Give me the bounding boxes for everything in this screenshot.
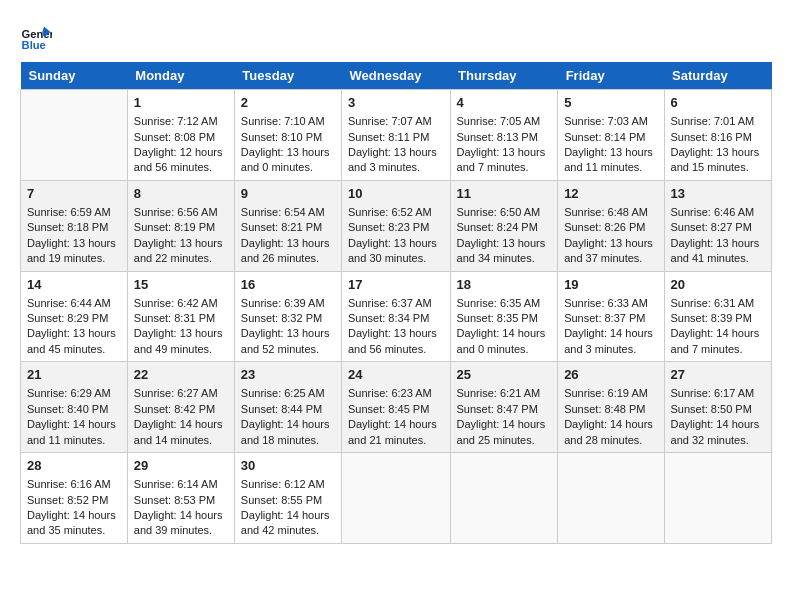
sunset-text: Sunset: 8:44 PM — [241, 402, 335, 417]
day-number: 11 — [457, 185, 552, 203]
sunrise-text: Sunrise: 7:10 AM — [241, 114, 335, 129]
sunrise-text: Sunrise: 6:25 AM — [241, 386, 335, 401]
day-number: 6 — [671, 94, 765, 112]
calendar-table: SundayMondayTuesdayWednesdayThursdayFrid… — [20, 62, 772, 544]
day-number: 17 — [348, 276, 444, 294]
sunrise-text: Sunrise: 6:54 AM — [241, 205, 335, 220]
sunrise-text: Sunrise: 6:56 AM — [134, 205, 228, 220]
sunset-text: Sunset: 8:48 PM — [564, 402, 657, 417]
calendar-cell: 11Sunrise: 6:50 AMSunset: 8:24 PMDayligh… — [450, 180, 558, 271]
sunset-text: Sunset: 8:47 PM — [457, 402, 552, 417]
day-number: 5 — [564, 94, 657, 112]
day-number: 27 — [671, 366, 765, 384]
calendar-cell: 15Sunrise: 6:42 AMSunset: 8:31 PMDayligh… — [127, 271, 234, 362]
day-number: 9 — [241, 185, 335, 203]
day-number: 28 — [27, 457, 121, 475]
weekday-header: Saturday — [664, 62, 771, 90]
daylight-text: Daylight: 13 hours and 49 minutes. — [134, 326, 228, 357]
sunset-text: Sunset: 8:32 PM — [241, 311, 335, 326]
sunset-text: Sunset: 8:14 PM — [564, 130, 657, 145]
sunset-text: Sunset: 8:23 PM — [348, 220, 444, 235]
daylight-text: Daylight: 14 hours and 39 minutes. — [134, 508, 228, 539]
daylight-text: Daylight: 13 hours and 19 minutes. — [27, 236, 121, 267]
daylight-text: Daylight: 13 hours and 7 minutes. — [457, 145, 552, 176]
sunrise-text: Sunrise: 6:16 AM — [27, 477, 121, 492]
day-number: 13 — [671, 185, 765, 203]
sunset-text: Sunset: 8:11 PM — [348, 130, 444, 145]
sunset-text: Sunset: 8:08 PM — [134, 130, 228, 145]
daylight-text: Daylight: 13 hours and 52 minutes. — [241, 326, 335, 357]
daylight-text: Daylight: 14 hours and 28 minutes. — [564, 417, 657, 448]
daylight-text: Daylight: 13 hours and 26 minutes. — [241, 236, 335, 267]
calendar-cell: 1Sunrise: 7:12 AMSunset: 8:08 PMDaylight… — [127, 90, 234, 181]
day-number: 19 — [564, 276, 657, 294]
daylight-text: Daylight: 14 hours and 42 minutes. — [241, 508, 335, 539]
sunrise-text: Sunrise: 6:14 AM — [134, 477, 228, 492]
sunset-text: Sunset: 8:31 PM — [134, 311, 228, 326]
day-number: 15 — [134, 276, 228, 294]
day-number: 4 — [457, 94, 552, 112]
day-number: 30 — [241, 457, 335, 475]
sunset-text: Sunset: 8:45 PM — [348, 402, 444, 417]
calendar-cell: 22Sunrise: 6:27 AMSunset: 8:42 PMDayligh… — [127, 362, 234, 453]
day-number: 1 — [134, 94, 228, 112]
sunset-text: Sunset: 8:34 PM — [348, 311, 444, 326]
calendar-cell: 21Sunrise: 6:29 AMSunset: 8:40 PMDayligh… — [21, 362, 128, 453]
sunrise-text: Sunrise: 6:27 AM — [134, 386, 228, 401]
calendar-cell: 8Sunrise: 6:56 AMSunset: 8:19 PMDaylight… — [127, 180, 234, 271]
day-number: 3 — [348, 94, 444, 112]
sunset-text: Sunset: 8:10 PM — [241, 130, 335, 145]
sunset-text: Sunset: 8:21 PM — [241, 220, 335, 235]
sunset-text: Sunset: 8:29 PM — [27, 311, 121, 326]
sunset-text: Sunset: 8:53 PM — [134, 493, 228, 508]
daylight-text: Daylight: 14 hours and 18 minutes. — [241, 417, 335, 448]
day-number: 26 — [564, 366, 657, 384]
calendar-cell: 28Sunrise: 6:16 AMSunset: 8:52 PMDayligh… — [21, 453, 128, 544]
calendar-cell: 6Sunrise: 7:01 AMSunset: 8:16 PMDaylight… — [664, 90, 771, 181]
calendar-cell: 7Sunrise: 6:59 AMSunset: 8:18 PMDaylight… — [21, 180, 128, 271]
day-number: 14 — [27, 276, 121, 294]
calendar-cell: 10Sunrise: 6:52 AMSunset: 8:23 PMDayligh… — [342, 180, 451, 271]
calendar-cell: 29Sunrise: 6:14 AMSunset: 8:53 PMDayligh… — [127, 453, 234, 544]
calendar-cell: 4Sunrise: 7:05 AMSunset: 8:13 PMDaylight… — [450, 90, 558, 181]
sunrise-text: Sunrise: 6:29 AM — [27, 386, 121, 401]
sunrise-text: Sunrise: 6:35 AM — [457, 296, 552, 311]
sunrise-text: Sunrise: 7:03 AM — [564, 114, 657, 129]
calendar-cell — [450, 453, 558, 544]
day-number: 10 — [348, 185, 444, 203]
daylight-text: Daylight: 13 hours and 15 minutes. — [671, 145, 765, 176]
daylight-text: Daylight: 13 hours and 3 minutes. — [348, 145, 444, 176]
daylight-text: Daylight: 14 hours and 21 minutes. — [348, 417, 444, 448]
daylight-text: Daylight: 13 hours and 56 minutes. — [348, 326, 444, 357]
sunrise-text: Sunrise: 6:59 AM — [27, 205, 121, 220]
day-number: 7 — [27, 185, 121, 203]
day-number: 29 — [134, 457, 228, 475]
calendar-cell: 12Sunrise: 6:48 AMSunset: 8:26 PMDayligh… — [558, 180, 664, 271]
calendar-cell: 26Sunrise: 6:19 AMSunset: 8:48 PMDayligh… — [558, 362, 664, 453]
sunset-text: Sunset: 8:52 PM — [27, 493, 121, 508]
sunrise-text: Sunrise: 7:05 AM — [457, 114, 552, 129]
daylight-text: Daylight: 13 hours and 37 minutes. — [564, 236, 657, 267]
calendar-cell: 19Sunrise: 6:33 AMSunset: 8:37 PMDayligh… — [558, 271, 664, 362]
sunset-text: Sunset: 8:27 PM — [671, 220, 765, 235]
weekday-header: Thursday — [450, 62, 558, 90]
weekday-header: Sunday — [21, 62, 128, 90]
sunset-text: Sunset: 8:40 PM — [27, 402, 121, 417]
sunrise-text: Sunrise: 7:07 AM — [348, 114, 444, 129]
calendar-cell: 5Sunrise: 7:03 AMSunset: 8:14 PMDaylight… — [558, 90, 664, 181]
calendar-cell: 3Sunrise: 7:07 AMSunset: 8:11 PMDaylight… — [342, 90, 451, 181]
sunrise-text: Sunrise: 6:37 AM — [348, 296, 444, 311]
sunset-text: Sunset: 8:55 PM — [241, 493, 335, 508]
daylight-text: Daylight: 13 hours and 0 minutes. — [241, 145, 335, 176]
sunset-text: Sunset: 8:42 PM — [134, 402, 228, 417]
calendar-cell: 27Sunrise: 6:17 AMSunset: 8:50 PMDayligh… — [664, 362, 771, 453]
sunset-text: Sunset: 8:16 PM — [671, 130, 765, 145]
sunrise-text: Sunrise: 6:19 AM — [564, 386, 657, 401]
daylight-text: Daylight: 13 hours and 41 minutes. — [671, 236, 765, 267]
sunset-text: Sunset: 8:35 PM — [457, 311, 552, 326]
day-number: 18 — [457, 276, 552, 294]
calendar-cell — [664, 453, 771, 544]
svg-text:Blue: Blue — [22, 39, 46, 51]
calendar-cell: 13Sunrise: 6:46 AMSunset: 8:27 PMDayligh… — [664, 180, 771, 271]
sunrise-text: Sunrise: 6:39 AM — [241, 296, 335, 311]
